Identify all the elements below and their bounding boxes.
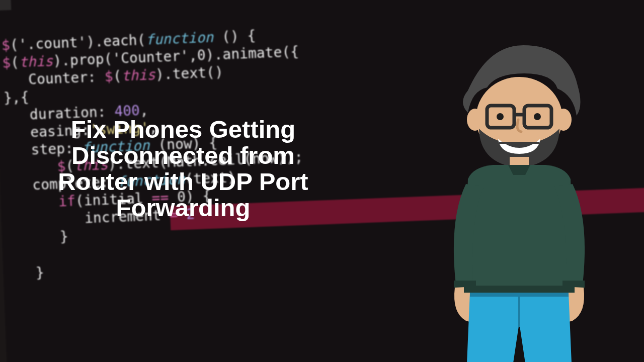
svg-point-1 (467, 109, 483, 131)
svg-point-7 (534, 113, 541, 120)
svg-point-2 (555, 109, 572, 131)
svg-rect-14 (470, 293, 569, 297)
svg-rect-12 (464, 286, 575, 293)
svg-point-6 (497, 113, 504, 120)
tab-strip: .html (0, 0, 12, 12)
video-headline: Fix Phones Getting Disconnected from Rou… (47, 117, 319, 221)
tab-file[interactable]: .html (0, 0, 12, 12)
cartoon-presenter (408, 30, 624, 362)
